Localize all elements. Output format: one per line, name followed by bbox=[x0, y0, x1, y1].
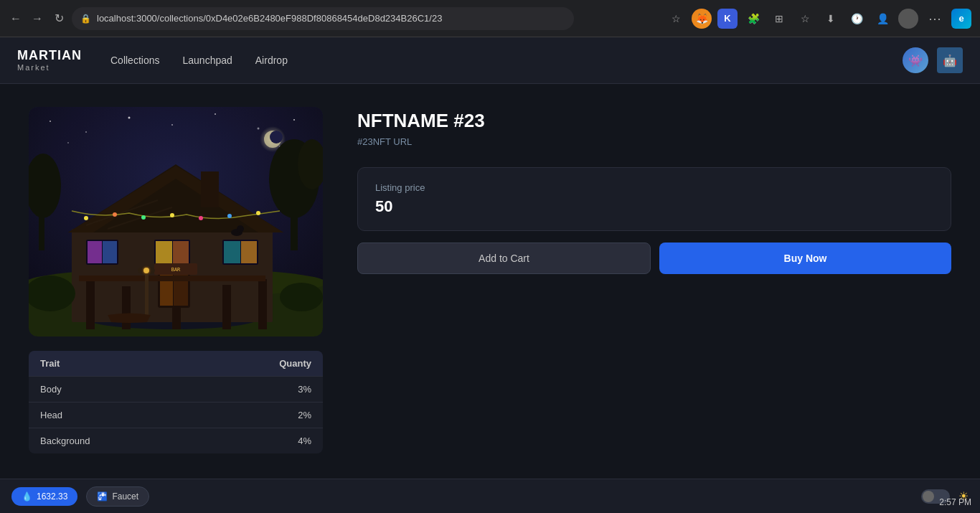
product-info: NFTNAME #23 #23NFT URL Listing price 50 … bbox=[357, 107, 951, 274]
lock-icon: 🔒 bbox=[80, 14, 91, 24]
listing-label: Listing price bbox=[375, 182, 933, 193]
trait-background-value: 4% bbox=[298, 436, 311, 446]
balance-value: 1632.33 bbox=[37, 491, 67, 502]
faucet-button[interactable]: 🚰 Faucet bbox=[86, 486, 149, 507]
listing-price: 50 bbox=[375, 197, 933, 216]
nft-svg-illustration: BAR bbox=[29, 107, 323, 336]
trait-head-label: Head bbox=[40, 410, 62, 420]
listing-card: Listing price 50 bbox=[357, 167, 951, 231]
traits-header: Trait Quanty bbox=[29, 351, 323, 376]
address-bar[interactable]: 🔒 localhost:3000/collections/0xD4e02e6B2… bbox=[72, 7, 574, 30]
trait-row-body: Body 3% bbox=[29, 376, 323, 402]
logo-title: MARTIAN bbox=[17, 49, 82, 63]
traits-table: Trait Quanty Body 3% Head 2% Background … bbox=[29, 351, 323, 453]
nav-collections[interactable]: Collections bbox=[110, 55, 159, 66]
browser-controls: ← → ↻ bbox=[9, 11, 66, 26]
clock-time: 2:57 PM bbox=[939, 497, 971, 507]
left-column: BAR bbox=[29, 107, 323, 453]
add-to-cart-button[interactable]: Add to Cart bbox=[357, 243, 651, 274]
main-content: BAR bbox=[0, 84, 980, 513]
trait-body-label: Body bbox=[40, 384, 62, 395]
forward-button[interactable]: → bbox=[30, 11, 44, 26]
star-icon[interactable]: ☆ bbox=[666, 9, 686, 29]
time-display: 2:57 PM bbox=[939, 497, 971, 507]
balance-button[interactable]: 💧 1632.33 bbox=[11, 487, 77, 506]
metamask-icon[interactable]: 🦊 bbox=[692, 9, 712, 29]
action-buttons: Add to Cart Buy Now bbox=[357, 243, 951, 274]
nav-right: 👾 🤖 bbox=[903, 47, 963, 73]
faucet-label: Faucet bbox=[112, 491, 138, 502]
edge-icon[interactable]: e bbox=[951, 9, 971, 29]
nav-links: Collections Launchpad Airdrop bbox=[110, 55, 288, 66]
toggle-knob bbox=[923, 491, 934, 502]
back-button[interactable]: ← bbox=[9, 11, 23, 26]
user-avatar[interactable] bbox=[898, 9, 918, 29]
puzzle-icon[interactable]: 🧩 bbox=[743, 9, 763, 29]
bookmark-icon[interactable]: ☆ bbox=[795, 9, 815, 29]
logo-subtitle: Market bbox=[17, 63, 82, 72]
nav-avatar-pixel[interactable]: 👾 bbox=[903, 47, 928, 73]
nav-airdrop[interactable]: Airdrop bbox=[255, 55, 288, 66]
trait-row-background: Background 4% bbox=[29, 428, 323, 453]
k-extension-icon[interactable]: K bbox=[717, 9, 738, 29]
balance-icon: 💧 bbox=[22, 491, 32, 502]
reload-button[interactable]: ↻ bbox=[52, 11, 66, 26]
nft-image: BAR bbox=[29, 107, 323, 336]
grid-icon[interactable]: ⊞ bbox=[769, 9, 789, 29]
svg-rect-69 bbox=[29, 107, 323, 336]
url-text: localhost:3000/collections/0xD4e02e6B248… bbox=[97, 13, 442, 24]
trait-body-value: 3% bbox=[298, 384, 311, 395]
trait-background-label: Background bbox=[40, 436, 90, 446]
header-trait: Trait bbox=[40, 358, 60, 369]
history-icon[interactable]: 🕐 bbox=[847, 9, 867, 29]
more-options-icon[interactable]: ⋯ bbox=[924, 8, 946, 29]
nav-launchpad[interactable]: Launchpad bbox=[182, 55, 232, 66]
trait-row-head: Head 2% bbox=[29, 402, 323, 428]
download-icon[interactable]: ⬇ bbox=[821, 9, 841, 29]
faucet-icon: 🚰 bbox=[97, 491, 108, 502]
browser-chrome: ← → ↻ 🔒 localhost:3000/collections/0xD4e… bbox=[0, 0, 980, 37]
navbar: MARTIAN Market Collections Launchpad Air… bbox=[0, 37, 980, 84]
product-layout: BAR bbox=[29, 107, 951, 453]
buy-now-button[interactable]: Buy Now bbox=[659, 243, 951, 274]
bottom-bar: 💧 1632.33 🚰 Faucet ☀ bbox=[0, 479, 980, 513]
nav-avatar-square[interactable]: 🤖 bbox=[937, 47, 963, 73]
app-container: MARTIAN Market Collections Launchpad Air… bbox=[0, 37, 980, 513]
logo: MARTIAN Market bbox=[17, 49, 82, 72]
nft-url: #23NFT URL bbox=[357, 136, 951, 147]
header-quantity: Quanty bbox=[279, 358, 311, 369]
trait-head-value: 2% bbox=[298, 410, 311, 420]
profile-icon[interactable]: 👤 bbox=[872, 9, 892, 29]
nft-title: NFTNAME #23 bbox=[357, 110, 951, 132]
nft-image-container: BAR bbox=[29, 107, 323, 336]
browser-actions: ☆ 🦊 K 🧩 ⊞ ☆ ⬇ 🕐 👤 ⋯ e bbox=[666, 8, 971, 29]
